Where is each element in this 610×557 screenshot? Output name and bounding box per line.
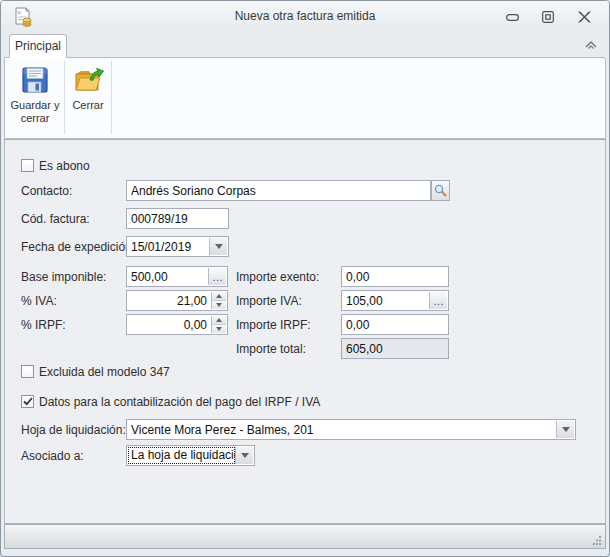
importe-total-label: Importe total: xyxy=(236,342,306,356)
chevron-up-icon xyxy=(584,39,598,50)
fecha-expedicion-label: Fecha de expedición: xyxy=(21,240,135,254)
asociado-a-value: La hoja de liquidación xyxy=(129,448,234,463)
hoja-liquidacion-value: Vicente Mora Perez - Balmes, 201 xyxy=(131,423,555,438)
hoja-liquidacion-combobox[interactable]: Vicente Mora Perez - Balmes, 201 xyxy=(126,419,576,440)
asociado-a-combobox[interactable]: La hoja de liquidación xyxy=(126,445,255,466)
close-form-label: Cerrar xyxy=(72,99,103,112)
search-icon xyxy=(434,184,447,197)
save-icon xyxy=(19,64,51,96)
es-abono-label: Es abono xyxy=(39,159,90,173)
ribbon: Guardar y cerrar Cerrar xyxy=(4,57,606,139)
importe-exento-value: 0,00 xyxy=(346,270,444,285)
collapse-ribbon-button[interactable] xyxy=(583,37,599,51)
close-icon xyxy=(578,11,591,23)
maximize-icon xyxy=(542,11,554,23)
importe-irpf-label: Importe IRPF: xyxy=(236,318,311,332)
triangle-up-icon xyxy=(216,318,222,322)
pct-iva-label: % IVA: xyxy=(21,294,57,308)
asociado-a-dropdown-button[interactable] xyxy=(235,447,253,464)
chevron-down-icon xyxy=(562,427,570,432)
datos-pago-checkbox[interactable] xyxy=(21,395,34,408)
minimize-button[interactable] xyxy=(503,9,521,25)
resize-grip[interactable] xyxy=(592,535,602,545)
spin-down-button[interactable] xyxy=(212,324,226,333)
excluida-347-label: Excluida del modelo 347 xyxy=(39,365,170,379)
save-and-close-button[interactable]: Guardar y cerrar xyxy=(8,60,62,135)
base-imponible-value: 500,00 xyxy=(131,270,205,285)
pct-irpf-label: % IRPF: xyxy=(21,318,66,332)
dialog-window: v. Nueva otra factura emitida xyxy=(0,0,610,557)
chevron-down-icon xyxy=(241,453,249,458)
ribbon-separator xyxy=(111,61,112,134)
save-and-close-label: Guardar y cerrar xyxy=(8,99,62,125)
ellipsis-icon: … xyxy=(433,296,444,306)
hoja-liquidacion-label: Hoja de liquidación: xyxy=(21,423,126,437)
ribbon-separator xyxy=(64,61,65,134)
importe-irpf-input[interactable]: 0,00 xyxy=(341,314,449,335)
importe-iva-value: 105,00 xyxy=(346,294,426,309)
importe-iva-ellipsis-button[interactable]: … xyxy=(429,292,447,309)
close-form-button[interactable]: Cerrar xyxy=(66,60,110,135)
pct-irpf-value: 0,00 xyxy=(131,318,207,333)
fecha-expedicion-input[interactable]: 15/01/2019 xyxy=(126,236,229,257)
close-folder-icon xyxy=(72,64,104,96)
pct-irpf-input[interactable]: 0,00 xyxy=(126,314,228,335)
asociado-a-label: Asociado a: xyxy=(21,449,84,463)
base-imponible-input[interactable]: 500,00 … xyxy=(126,266,228,287)
datos-pago-label: Datos para la contabilización del pago d… xyxy=(39,395,320,409)
contacto-input[interactable]: Andrés Soriano Corpas xyxy=(126,180,431,201)
ellipsis-icon: … xyxy=(212,272,223,282)
importe-total-value: 605,00 xyxy=(346,342,444,357)
spin-down-button[interactable] xyxy=(212,300,226,309)
contacto-value: Andrés Soriano Corpas xyxy=(131,184,426,199)
importe-exento-label: Importe exento: xyxy=(236,270,319,284)
excluida-347-checkbox[interactable] xyxy=(21,365,34,378)
spin-up-button[interactable] xyxy=(212,292,226,300)
cod-factura-input[interactable]: 000789/19 xyxy=(126,208,229,229)
minimize-icon xyxy=(506,14,519,21)
triangle-up-icon xyxy=(216,294,222,298)
cod-factura-label: Cód. factura: xyxy=(21,212,90,226)
importe-iva-input[interactable]: 105,00 … xyxy=(341,290,449,311)
status-bar xyxy=(4,524,606,549)
contacto-label: Contacto: xyxy=(21,184,72,198)
pct-iva-value: 21,00 xyxy=(131,294,207,309)
maximize-button[interactable] xyxy=(539,9,557,25)
tab-principal[interactable]: Principal xyxy=(9,34,67,58)
close-button[interactable] xyxy=(575,9,593,25)
triangle-down-icon xyxy=(216,327,222,331)
fecha-dropdown-button[interactable] xyxy=(209,238,227,255)
check-icon xyxy=(23,397,33,406)
triangle-down-icon xyxy=(216,303,222,307)
hoja-liquidacion-dropdown-button[interactable] xyxy=(556,421,574,438)
importe-irpf-value: 0,00 xyxy=(346,318,444,333)
base-imponible-ellipsis-button[interactable]: … xyxy=(208,268,226,285)
pct-iva-input[interactable]: 21,00 xyxy=(126,290,228,311)
base-imponible-label: Base imponible: xyxy=(21,270,106,284)
chevron-down-icon xyxy=(215,244,223,249)
pct-iva-spinner xyxy=(211,292,226,309)
importe-total-field: 605,00 xyxy=(341,338,449,359)
es-abono-checkbox[interactable] xyxy=(21,159,34,172)
pct-irpf-spinner xyxy=(211,316,226,333)
title-bar[interactable]: v. Nueva otra factura emitida xyxy=(1,1,609,31)
spin-up-button[interactable] xyxy=(212,316,226,324)
cod-factura-value: 000789/19 xyxy=(131,212,224,227)
contacto-search-button[interactable] xyxy=(431,180,450,201)
importe-exento-input[interactable]: 0,00 xyxy=(341,266,449,287)
importe-iva-label: Importe IVA: xyxy=(236,294,302,308)
